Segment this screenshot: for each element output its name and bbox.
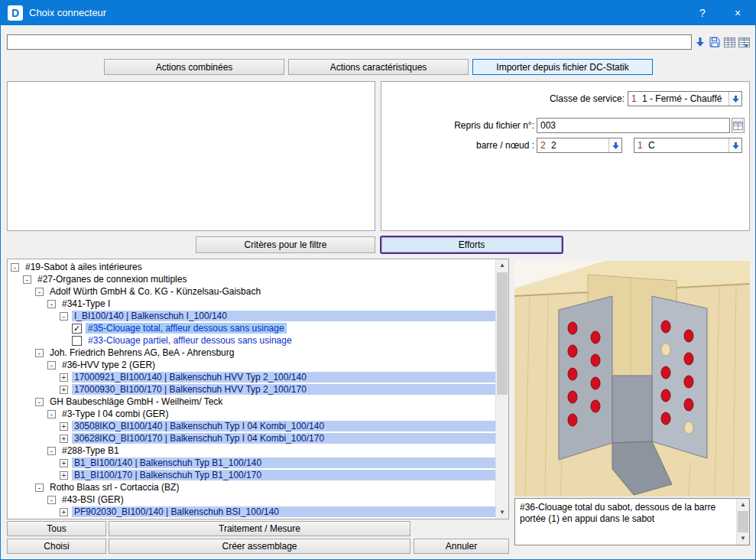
scroll-thumb[interactable] <box>497 272 508 395</box>
filter-criteria-button[interactable]: Critères pour le filtre <box>196 236 375 253</box>
tree-item[interactable]: -#36-HVV type 2 (GER) <box>8 359 495 371</box>
chevron-down-icon[interactable] <box>608 138 621 152</box>
scroll-thumb[interactable] <box>738 511 748 532</box>
tree-item[interactable]: +17000921_BI100/140 | Balkenschuh HVV Ty… <box>8 371 495 383</box>
annuler-button[interactable]: Annuler <box>414 539 509 554</box>
tree-item[interactable]: #33-Clouage partiel, affleur dessous san… <box>8 334 495 347</box>
collapse-icon[interactable]: - <box>35 349 44 357</box>
help-button[interactable]: ? <box>685 1 720 25</box>
tree-item[interactable]: +17000930_BI100/170 | Balkenschuh HVV Ty… <box>8 383 495 396</box>
collapse-icon[interactable]: - <box>11 263 19 272</box>
tree-item[interactable]: -#288-Type B1 <box>8 444 495 457</box>
close-button[interactable]: × <box>720 1 755 25</box>
tree-item[interactable]: -Rotho Blaas srl - Cortaccia (BZ) <box>8 481 495 493</box>
caption-scrollbar[interactable]: ▲ ▼ <box>736 499 749 545</box>
expand-icon[interactable]: + <box>60 373 68 382</box>
tree-item-label[interactable]: 30628IKO_BI100/170 | Balkenschuh Typ I 0… <box>72 433 495 444</box>
tree-item-label[interactable]: #288-Type B1 <box>60 445 122 456</box>
collapse-icon[interactable]: - <box>47 410 56 418</box>
collapse-icon[interactable]: - <box>47 361 56 370</box>
traitement-mesure-button[interactable]: Traitement / Mesure <box>109 521 410 536</box>
import-arrow-icon[interactable] <box>693 34 707 50</box>
tree-item-label[interactable]: Rotho Blaas srl - Cortaccia (BZ) <box>47 482 181 493</box>
file-number-input[interactable] <box>537 118 730 133</box>
tree-item[interactable]: ✓#35-Clouage total, affleur dessous sans… <box>8 322 495 334</box>
tree-item-label[interactable]: #3-Type I 04 combi (GER) <box>60 409 170 419</box>
collapse-icon[interactable]: - <box>35 288 44 296</box>
creer-assemblage-button[interactable]: Créer assemblage <box>109 539 410 554</box>
file-picker-icon[interactable] <box>732 118 745 133</box>
tree-item-label[interactable]: #27-Organes de connexion multiples <box>35 274 189 285</box>
tree-item-label[interactable]: B1_BI100/140 | Balkenschuh Typ B1_100/14… <box>72 457 495 468</box>
tree-item-label[interactable]: 17000921_BI100/140 | Balkenschuh HVV Typ… <box>72 372 495 383</box>
tree-item[interactable]: -#43-BSI (GER) <box>8 493 495 506</box>
tree-item-label[interactable]: #36-HVV type 2 (GER) <box>60 360 157 370</box>
efforts-button[interactable]: Efforts <box>380 236 563 254</box>
expand-icon[interactable]: + <box>60 435 68 443</box>
tree-item[interactable]: -Adolf Würth GmbH & Co. KG - Künzelsau-G… <box>8 285 495 298</box>
tree-item[interactable]: -I_BI100/140 | Balkenschuh I_100/140 <box>8 310 495 322</box>
chevron-down-icon[interactable] <box>728 138 741 152</box>
tree-item[interactable]: +PF902030_BI100/140 | Balkenschuh BSI_10… <box>8 506 495 518</box>
expand-icon[interactable]: + <box>60 508 68 516</box>
collapse-icon[interactable]: - <box>47 300 56 308</box>
tree-checkbox[interactable]: ✓ <box>72 324 82 334</box>
tree-item[interactable]: -#341-Type I <box>8 298 495 310</box>
collapse-icon[interactable]: - <box>35 483 44 492</box>
node-combo[interactable]: 1 C <box>634 138 742 153</box>
tree-item-label[interactable]: #35-Clouage total, affleur dessous sans … <box>86 323 287 334</box>
collapse-icon[interactable]: - <box>60 312 68 321</box>
scroll-down-icon[interactable]: ▼ <box>737 532 749 545</box>
expand-icon[interactable]: + <box>60 422 68 431</box>
choisi-button[interactable]: Choisi <box>7 539 106 554</box>
tree-item[interactable]: -#27-Organes de connexion multiples <box>8 273 495 285</box>
expand-icon[interactable]: + <box>60 386 68 394</box>
tree-item-label[interactable]: PF902030_BI100/140 | Balkenschuh BSI_100… <box>72 506 495 517</box>
tree-item-label[interactable]: I_BI100/140 | Balkenschuh I_100/140 <box>72 311 495 321</box>
expand-icon[interactable]: + <box>60 459 68 467</box>
bar-combo[interactable]: 2 2 <box>537 138 622 153</box>
tree-item-label[interactable]: 30508IKO_BI100/140 | Balkenschuh Typ I 0… <box>72 421 495 431</box>
actions-caracteristiques-button[interactable]: Actions caractéristiques <box>288 59 469 75</box>
tree-item[interactable]: -#19-Sabot à ailes intérieures <box>8 261 495 273</box>
tree-scrollbar[interactable]: ▲ ▼ <box>495 259 508 519</box>
parameters-panel: Classe de service: 1 1 - Fermé - Chauffé… <box>381 81 750 231</box>
tree-item-label[interactable]: #19-Sabot à ailes intérieures <box>23 262 144 272</box>
tree-item[interactable]: -GH Baubeschläge GmbH - Weilheim/ Teck <box>8 396 495 408</box>
actions-combinees-button[interactable]: Actions combinées <box>104 59 284 75</box>
tree-item-label[interactable]: #43-BSI (GER) <box>60 494 126 505</box>
connector-search-input[interactable] <box>7 34 692 50</box>
tree-item[interactable]: -#3-Type I 04 combi (GER) <box>8 408 495 420</box>
scroll-up-icon[interactable]: ▲ <box>496 259 508 272</box>
tree-item[interactable]: -Joh. Friedrich Behrens AG, BeA - Ahrens… <box>8 347 495 359</box>
tree-item-label[interactable]: Adolf Würth GmbH & Co. KG - Künzelsau-Ga… <box>47 286 263 297</box>
tree-item-label[interactable]: B1_BI100/170 | Balkenschuh Typ B1_100/17… <box>72 470 495 480</box>
import-dc-statik-button[interactable]: Importer depuis fichier DC-Statik <box>472 59 653 75</box>
tree-item-label[interactable]: #33-Clouage partiel, affleur dessous san… <box>86 335 294 346</box>
table-list-icon[interactable] <box>722 34 736 50</box>
scroll-down-icon[interactable]: ▼ <box>496 506 508 519</box>
save-icon[interactable] <box>708 34 722 50</box>
tree-item-label[interactable]: GH Baubeschläge GmbH - Weilheim/ Teck <box>47 396 225 407</box>
selection-description-box: #36-Clouage total du sabot, dessous de l… <box>514 498 750 545</box>
collapse-icon[interactable]: - <box>47 496 56 504</box>
tree-item-label[interactable]: #341-Type I <box>60 298 112 309</box>
tree-checkbox[interactable] <box>72 336 82 346</box>
collapse-icon[interactable]: - <box>23 275 31 284</box>
bar-value: 2 <box>551 140 608 151</box>
service-class-combo[interactable]: 1 1 - Fermé - Chauffé <box>628 91 742 106</box>
table-grid-icon[interactable] <box>737 34 751 50</box>
tree-item[interactable]: +B1_BI100/170 | Balkenschuh Typ B1_100/1… <box>8 469 495 481</box>
expand-icon[interactable]: + <box>60 471 68 480</box>
scroll-up-icon[interactable]: ▲ <box>737 499 749 511</box>
tous-button[interactable]: Tous <box>7 521 106 536</box>
tree-item-label[interactable]: 17000930_BI100/170 | Balkenschuh HVV Typ… <box>72 384 495 395</box>
collapse-icon[interactable]: - <box>35 398 44 406</box>
chevron-down-icon[interactable] <box>728 92 741 106</box>
tree-item-label[interactable]: Joh. Friedrich Behrens AG, BeA - Ahrensb… <box>47 347 236 358</box>
app-logo-icon: D <box>8 5 23 21</box>
tree-item[interactable]: +B1_BI100/140 | Balkenschuh Typ B1_100/1… <box>8 457 495 469</box>
tree-item[interactable]: +30508IKO_BI100/140 | Balkenschuh Typ I … <box>8 420 495 432</box>
tree-item[interactable]: +30628IKO_BI100/170 | Balkenschuh Typ I … <box>8 432 495 444</box>
collapse-icon[interactable]: - <box>47 447 56 455</box>
